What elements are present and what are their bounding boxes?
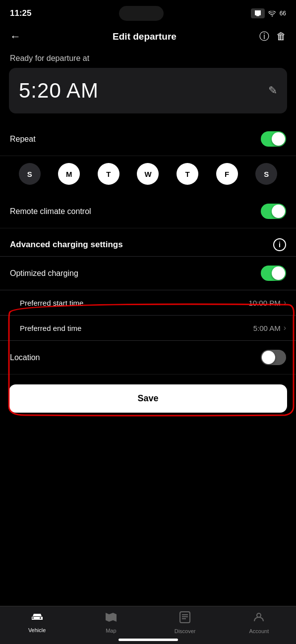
advanced-title: Advanced charging settings	[10, 240, 123, 250]
tab-discover[interactable]: Discover	[148, 611, 222, 634]
time-card: 5:20 AM ✎	[9, 68, 287, 113]
map-tab-icon	[105, 612, 117, 626]
svg-point-5	[257, 613, 261, 617]
day-sunday[interactable]: S	[19, 163, 41, 185]
preferred-end-time-value: 5:00 AM ›	[253, 323, 286, 332]
day-thursday[interactable]: T	[177, 163, 198, 185]
tab-account[interactable]: Account	[222, 611, 296, 634]
repeat-toggle[interactable]	[261, 131, 286, 147]
info-button[interactable]: ⓘ	[259, 30, 269, 43]
tab-vehicle[interactable]: Vehicle	[0, 612, 74, 633]
home-indicator	[118, 639, 178, 641]
back-button[interactable]: ←	[10, 30, 30, 43]
account-tab-label: Account	[249, 628, 269, 634]
start-time-chevron: ›	[284, 298, 286, 307]
optimized-charging-toggle[interactable]	[261, 266, 286, 281]
dynamic-island	[119, 6, 164, 21]
svg-rect-0	[256, 15, 259, 16]
optimized-charging-toggle-track	[261, 266, 286, 281]
remote-climate-toggle-track	[261, 204, 286, 219]
battery-level: 66	[280, 10, 286, 17]
advanced-info-button[interactable]: i	[273, 238, 286, 251]
day-tuesday[interactable]: T	[98, 163, 119, 185]
discover-tab-icon	[179, 611, 190, 626]
subheading: Ready for departure at	[0, 51, 296, 63]
end-time-chevron: ›	[284, 323, 286, 332]
remote-climate-label: Remote climate control	[10, 207, 91, 216]
location-toggle[interactable]	[261, 350, 286, 365]
preferred-start-time-row[interactable]: Preferred start time 10:00 PM ›	[0, 290, 296, 315]
repeat-toggle-thumb	[272, 132, 285, 146]
vehicle-tab-icon	[31, 612, 44, 625]
location-row: Location	[0, 340, 296, 375]
delete-button[interactable]: 🗑	[276, 31, 286, 42]
optimized-charging-label: Optimized charging	[10, 269, 78, 278]
preferred-end-time-row[interactable]: Preferred end time 5:00 AM ›	[0, 315, 296, 340]
status-bar: 11:25 66	[0, 0, 296, 25]
map-tab-label: Map	[106, 628, 116, 634]
repeat-toggle-track	[261, 131, 286, 147]
status-right: 66	[251, 8, 286, 18]
optimized-charging-row: Optimized charging	[0, 256, 296, 290]
save-button[interactable]: Save	[9, 384, 287, 413]
location-label: Location	[10, 353, 40, 362]
repeat-label: Repeat	[10, 135, 36, 144]
optimized-charging-toggle-thumb	[272, 267, 285, 280]
wifi-icon	[268, 10, 277, 17]
day-wednesday[interactable]: W	[137, 163, 159, 185]
days-row: S M T W T F S	[0, 156, 296, 195]
vehicle-tab-label: Vehicle	[28, 627, 46, 633]
remote-climate-toggle[interactable]	[261, 204, 286, 219]
repeat-row: Repeat	[0, 122, 296, 156]
dynamic-island-area	[119, 6, 164, 21]
discover-tab-label: Discover	[175, 628, 196, 634]
day-friday[interactable]: F	[216, 163, 238, 185]
account-tab-icon	[253, 611, 264, 626]
header: ← Edit departure ⓘ 🗑	[0, 25, 296, 51]
day-monday[interactable]: M	[58, 163, 80, 185]
preferred-start-time-label: Preferred start time	[20, 299, 83, 307]
tab-map[interactable]: Map	[74, 612, 148, 634]
edit-time-button[interactable]: ✎	[268, 84, 277, 97]
appletv-badge	[251, 8, 265, 18]
departure-time: 5:20 AM	[19, 79, 99, 103]
remote-climate-toggle-thumb	[272, 205, 285, 218]
advanced-section-header: Advanced charging settings i	[0, 228, 296, 256]
preferred-start-time-value: 10:00 PM ›	[248, 298, 286, 307]
location-toggle-track	[261, 350, 286, 365]
day-saturday[interactable]: S	[255, 163, 277, 185]
status-time: 11:25	[10, 8, 31, 18]
remote-climate-row: Remote climate control	[0, 195, 296, 228]
header-actions: ⓘ 🗑	[259, 30, 286, 43]
location-toggle-thumb	[262, 351, 275, 364]
page-title: Edit departure	[30, 31, 259, 42]
preferred-end-time-label: Preferred end time	[20, 324, 81, 332]
